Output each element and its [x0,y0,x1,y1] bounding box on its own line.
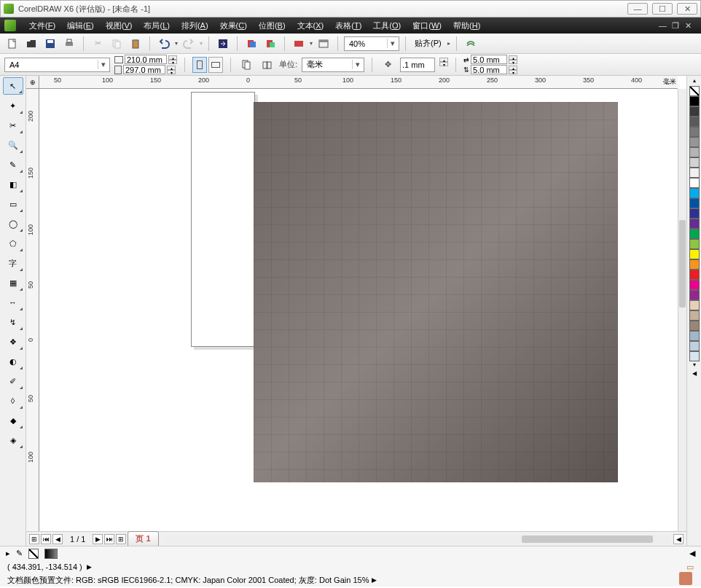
menu-f[interactable]: 文件(F) [23,20,61,31]
ruler-origin[interactable]: ⊕ [26,76,39,89]
mdi-restore-icon[interactable]: ❐ [672,21,682,30]
color-swatch[interactable] [689,208,700,219]
dup-x-spinner[interactable]: ▴▾ [509,55,517,64]
dimension-tool[interactable]: ↔ [3,294,23,311]
text-tool[interactable]: 字 [3,254,23,272]
paste-button[interactable] [128,36,144,52]
minimize-button[interactable]: — [627,3,648,15]
cut-button[interactable]: ✂ [90,36,106,52]
zoom-tool[interactable]: 🔍 [3,136,23,154]
app-menu-icon[interactable] [4,20,16,31]
blend-tool[interactable]: ❖ [3,333,23,350]
connector-tool[interactable]: ↯ [3,313,23,331]
unit-combo[interactable]: 毫米▾ [302,58,364,72]
table-tool[interactable]: ▦ [3,274,23,291]
docker-toggle-button[interactable]: ◀ [673,534,684,544]
no-color-swatch[interactable] [689,86,700,96]
smart-fill-tool[interactable]: ◧ [3,176,23,193]
launcher-dropdown-icon[interactable]: ▾ [310,40,313,47]
add-page-after-button[interactable]: ⊞ [116,534,126,544]
canvas-viewport[interactable] [39,89,678,537]
portrait-button[interactable] [192,57,207,73]
color-swatch[interactable] [689,239,700,249]
color-swatch[interactable] [689,351,700,361]
menu-v[interactable]: 视图(V) [100,20,138,31]
nudge-spinner[interactable]: ▴▾ [439,58,448,72]
print-button[interactable] [61,36,77,52]
color-swatch[interactable] [689,219,700,229]
first-page-button[interactable]: ⏮ [41,534,51,544]
rectangle-tool[interactable]: ▭ [3,195,23,213]
menu-e[interactable]: 编辑(E) [61,20,100,31]
freehand-tool[interactable]: ✎ [3,156,23,173]
fill-tool[interactable]: ◆ [3,412,23,429]
color-swatch[interactable] [689,198,700,208]
palette-down-icon[interactable]: ▾ [689,361,700,370]
transparency-tool[interactable]: ◐ [3,353,23,370]
welcome-button[interactable] [316,36,332,52]
color-swatch[interactable] [689,249,700,259]
crop-tool[interactable]: ✂ [3,117,23,134]
snap-dropdown-icon[interactable]: ▸ [447,40,450,47]
palette-up-icon[interactable]: ▴ [689,77,700,86]
next-page-button[interactable]: ▶ [93,534,103,544]
import-button[interactable] [215,36,231,52]
pick-tool[interactable]: ↖ [3,77,23,95]
menu-x[interactable]: 文本(X) [291,20,330,31]
landscape-button[interactable] [208,57,223,73]
current-page-button[interactable] [259,57,275,73]
dup-y-spinner[interactable]: ▴▾ [509,66,517,74]
menu-a[interactable]: 排列(A) [176,20,214,31]
nudge-input[interactable]: .1 mm [400,58,435,72]
color-swatch[interactable] [689,280,700,290]
palette-collapse-icon[interactable]: ◀ [689,549,695,558]
menu-c[interactable]: 效果(C) [214,20,253,31]
profile-arrow-icon[interactable]: ▶ [372,576,377,584]
menu-o[interactable]: 工具(O) [367,20,407,31]
mdi-close-icon[interactable]: ✕ [685,21,695,30]
menu-l[interactable]: 布局(L) [138,20,175,31]
guide-arrow-icon[interactable]: ▸ [6,549,10,558]
dup-x-input[interactable]: 5.0 mm [471,55,507,64]
menu-h[interactable]: 帮助(H) [447,20,486,31]
color-swatch[interactable] [689,321,700,331]
color-swatch[interactable] [689,259,700,270]
eyedropper-icon[interactable]: ✎ [16,549,23,558]
interactive-fill-tool[interactable]: ◈ [3,431,23,449]
close-button[interactable]: ✕ [677,3,697,15]
redo-dropdown-icon[interactable]: ▾ [200,40,203,47]
page-height-input[interactable]: 297.0 mm [123,65,165,74]
color-swatch[interactable] [689,168,700,178]
width-spinner[interactable]: ▴▾ [168,55,177,64]
user-avatar-icon[interactable] [679,572,692,585]
vertical-ruler[interactable]: 20015010050050100 [26,89,39,537]
zoom-combo[interactable]: 40%▾ [344,36,399,51]
options-button[interactable] [463,36,479,52]
color-swatch[interactable] [689,117,700,127]
undo-button[interactable] [156,36,172,52]
menu-t[interactable]: 表格(T) [329,20,367,31]
eyedropper-tool[interactable]: ✐ [3,372,23,390]
add-page-before-button[interactable]: ⊞ [29,534,39,544]
export-button[interactable] [243,36,259,52]
open-button[interactable] [23,36,39,52]
dup-y-input[interactable]: 5.0 mm [471,65,507,74]
color-swatch[interactable] [689,178,700,188]
page-width-input[interactable]: 210.0 mm [125,55,167,64]
color-swatch[interactable] [689,341,700,351]
gradient-swatch[interactable] [44,549,58,559]
color-swatch[interactable] [689,270,700,280]
palette-flyout-icon[interactable]: ◀ [689,370,700,379]
last-page-button[interactable]: ⏭ [104,534,114,544]
outline-tool[interactable]: ◊ [3,392,23,409]
color-swatch[interactable] [689,290,700,300]
shape-tool[interactable]: ✦ [3,97,23,114]
mdi-minimize-icon[interactable]: — [659,21,669,30]
vertical-scrollbar[interactable] [678,89,686,537]
ellipse-tool[interactable]: ◯ [3,215,23,232]
color-swatch[interactable] [689,137,700,147]
horizontal-scrollbar[interactable] [165,535,670,544]
undo-dropdown-icon[interactable]: ▾ [175,40,178,47]
app-launcher-button[interactable] [291,36,307,52]
color-swatch[interactable] [689,300,700,310]
